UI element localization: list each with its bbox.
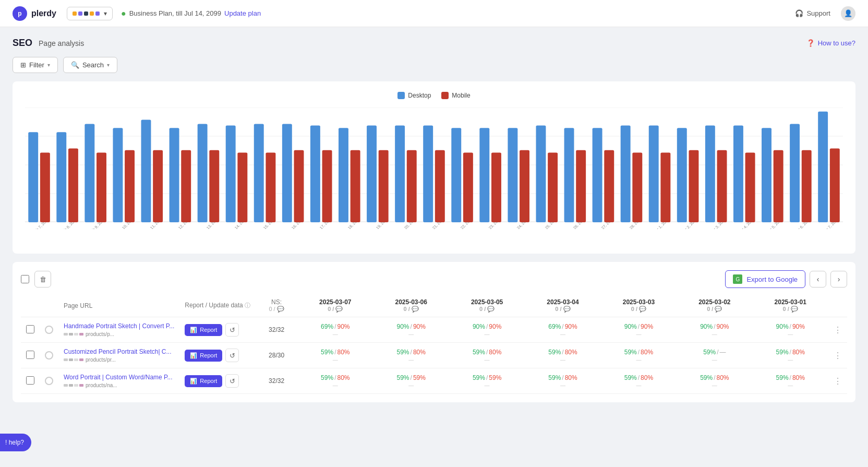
logo-text: plerdy: [31, 9, 56, 18]
report-button[interactable]: 📊 Report: [185, 375, 222, 387]
x-axis-label: Feb 28, 2025: [621, 222, 645, 229]
x-axis-label: Feb 12, 2025: [170, 222, 194, 229]
mobile-score: 80%: [641, 349, 653, 356]
more-icon[interactable]: ⋮: [834, 351, 842, 360]
svg-rect-60: [802, 150, 812, 222]
how-to-use-button[interactable]: ❓ How to use?: [806, 39, 855, 47]
svg-rect-48: [632, 152, 642, 222]
page-title-link[interactable]: Handmade Portrait Sketch | Convert P...: [64, 322, 174, 330]
refresh-icon: ↺: [230, 326, 235, 334]
mobile-legend-label: Mobile: [452, 92, 470, 99]
svg-rect-15: [170, 128, 179, 222]
score-cell-6: 59% / 80% —: [753, 368, 828, 394]
refresh-button[interactable]: ↺: [225, 349, 239, 362]
user-icon: 👤: [844, 9, 852, 17]
svg-rect-56: [745, 152, 755, 222]
desktop-score: 90%: [624, 323, 637, 330]
report-cell: 📊 Report ↺: [185, 349, 250, 362]
url-dots: [64, 358, 83, 361]
page-url-cell: Customized Pencil Portrait Sketch| C... …: [64, 348, 174, 363]
more-icon[interactable]: ⋮: [834, 326, 842, 334]
user-avatar[interactable]: 👤: [841, 6, 855, 21]
svg-rect-53: [705, 126, 715, 222]
score-sub-pair: —: [530, 357, 595, 363]
svg-rect-26: [322, 150, 332, 222]
search-chevron-icon: ▾: [107, 62, 110, 68]
delete-button[interactable]: 🗑: [34, 271, 51, 288]
headphones-icon: 🎧: [795, 9, 803, 17]
page-header-left: SEO Page analysis: [13, 38, 84, 49]
prev-page-button[interactable]: ‹: [810, 271, 826, 288]
filter-label: Filter: [29, 61, 44, 69]
row-checkbox[interactable]: [26, 376, 34, 385]
table-row: Customized Pencil Portrait Sketch| C... …: [21, 343, 847, 368]
logo[interactable]: p plerdy: [13, 6, 56, 21]
report-button[interactable]: 📊 Report: [185, 350, 222, 362]
svg-rect-49: [649, 126, 659, 222]
mobile-score: 90%: [413, 323, 426, 330]
mobile-score: 90%: [489, 323, 501, 330]
col-date-7: 2025-03-01 0 / 💬: [753, 294, 828, 317]
x-axis-label: Feb 7, 2025: [29, 222, 53, 229]
col-report: Report / Update data ⓘ: [179, 294, 256, 317]
filter-button[interactable]: ⊞ Filter ▾: [13, 57, 58, 73]
x-axis-label: Feb 23, 2025: [480, 222, 504, 229]
svg-rect-17: [198, 124, 208, 222]
plan-label-text: Business Plan, till Jul 14, 2099: [129, 9, 221, 17]
x-axis-label: Feb 19, 2025: [368, 222, 391, 229]
score-cell-2: 59% / 59% —: [449, 368, 525, 394]
svg-rect-54: [717, 150, 727, 222]
table-toolbar: 🗑 G Export to Google ‹ ›: [21, 270, 847, 288]
export-to-google-button[interactable]: G Export to Google: [725, 270, 805, 288]
more-icon[interactable]: ⋮: [834, 377, 842, 386]
desktop-score: 59%: [700, 374, 713, 381]
refresh-button[interactable]: ↺: [225, 374, 239, 388]
svg-rect-38: [491, 152, 501, 222]
score-sub-pair: —: [606, 331, 671, 337]
score-cell-5: 90% / 90% —: [677, 317, 752, 343]
table-body: Handmade Portrait Sketch | Convert P... …: [21, 317, 847, 394]
update-plan-link[interactable]: Update plan: [224, 9, 261, 17]
page-title-link[interactable]: Word Portrait | Custom Word/Name P...: [64, 374, 174, 381]
desktop-score: 90%: [473, 323, 485, 330]
search-button[interactable]: 🔍 Search ▾: [63, 57, 117, 73]
row-checkbox[interactable]: [26, 351, 34, 359]
page-url-cell: Word Portrait | Custom Word/Name P... pr…: [64, 374, 174, 388]
report-cell: 📊 Report ↺: [185, 323, 250, 337]
page-url-cell: Handmade Portrait Sketch | Convert P... …: [64, 322, 174, 337]
svg-rect-58: [774, 150, 783, 222]
seo-badge: SEO: [13, 38, 32, 49]
refresh-button[interactable]: ↺: [225, 323, 239, 337]
svg-rect-46: [604, 150, 614, 222]
mobile-checkbox[interactable]: [441, 92, 449, 99]
refresh-icon: ↺: [230, 352, 235, 360]
col-date-3: 2025-03-05 0 / 💬: [449, 294, 525, 317]
score-cell-5: 59% / — —: [677, 343, 752, 368]
row-checkbox[interactable]: [26, 325, 34, 333]
score-sub-pair: —: [303, 357, 368, 363]
page-title-link[interactable]: Customized Pencil Portrait Sketch| C...: [64, 348, 174, 355]
support-button[interactable]: 🎧 Support: [795, 9, 830, 17]
select-all-checkbox[interactable]: [21, 275, 29, 283]
score-pair: 59% / 80%: [606, 349, 671, 356]
x-axis-label: Mar 7, 2025: [819, 222, 842, 229]
x-axis-label: Feb 16, 2025: [283, 222, 306, 229]
x-axis-label: Feb 13, 2025: [198, 222, 222, 229]
table-toolbar-left: 🗑: [21, 271, 51, 288]
x-axis-label: Feb 25, 2025: [537, 222, 560, 229]
desktop-checkbox[interactable]: [397, 92, 405, 99]
next-page-button[interactable]: ›: [830, 271, 847, 288]
svg-rect-28: [351, 150, 360, 222]
svg-rect-45: [593, 128, 602, 222]
score-sub-pair: —: [379, 382, 444, 388]
how-to-use-label: How to use?: [818, 39, 855, 47]
score-cell-3: 69% / 90% —: [525, 317, 600, 343]
table-header: Page URL Report / Update data ⓘ NS: 0 / …: [21, 294, 847, 317]
table-row: Handmade Portrait Sketch | Convert P... …: [21, 317, 847, 343]
x-axis-label: Feb 22, 2025: [452, 222, 476, 229]
svg-rect-25: [310, 126, 320, 222]
mobile-score: 80%: [641, 374, 653, 381]
plan-selector[interactable]: ▾: [67, 7, 113, 20]
report-button[interactable]: 📊 Report: [185, 324, 222, 336]
svg-rect-40: [520, 150, 529, 222]
